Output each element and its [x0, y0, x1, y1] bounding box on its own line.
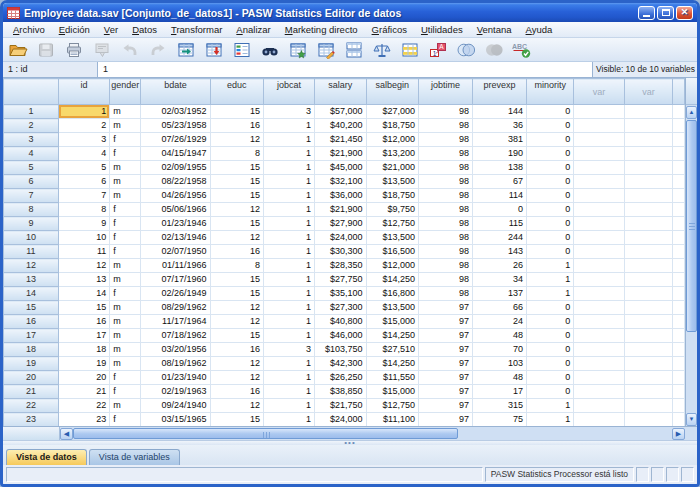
- menu-transformar[interactable]: Transformar: [164, 23, 229, 36]
- cell-r1-prevexp[interactable]: 144: [472, 105, 526, 119]
- cell-r6-jobcat[interactable]: 1: [264, 175, 315, 189]
- cell-r20-jobtime[interactable]: 97: [418, 371, 472, 385]
- cell-r7-educ[interactable]: 15: [210, 189, 264, 203]
- cell-r20-minority[interactable]: 0: [526, 371, 573, 385]
- row-header-23[interactable]: 23: [4, 413, 59, 427]
- cell-r19-jobtime[interactable]: 97: [418, 357, 472, 371]
- cell-r1-salbegin[interactable]: $27,000: [366, 105, 418, 119]
- cell-r3-salary[interactable]: $21,450: [314, 133, 366, 147]
- row-header-1[interactable]: 1: [4, 105, 59, 119]
- cell-r12-bdate[interactable]: 01/11/1966: [141, 259, 210, 273]
- cell-r9-jobtime[interactable]: 98: [418, 217, 472, 231]
- cell-r11-educ[interactable]: 16: [210, 245, 264, 259]
- cell-r10-gender[interactable]: f: [110, 231, 141, 245]
- cell-r14-id[interactable]: 14: [58, 287, 109, 301]
- menu-ayuda[interactable]: Ayuda: [519, 23, 560, 36]
- row-header-3[interactable]: 3: [4, 133, 59, 147]
- column-header-jobtime[interactable]: jobtime: [418, 79, 472, 105]
- cell-r4-id[interactable]: 4: [58, 147, 109, 161]
- cell-r18-minority[interactable]: 0: [526, 343, 573, 357]
- print-icon[interactable]: [63, 40, 85, 60]
- cell-r23-salary[interactable]: $24,000: [314, 413, 366, 427]
- maximize-button[interactable]: [657, 6, 674, 20]
- cell-r12-gender[interactable]: m: [110, 259, 141, 273]
- cell-r13-bdate[interactable]: 07/17/1960: [141, 273, 210, 287]
- cell-r8-educ[interactable]: 12: [210, 203, 264, 217]
- cell-r21-jobtime[interactable]: 97: [418, 385, 472, 399]
- menu-utilidades[interactable]: Utilidades: [414, 23, 470, 36]
- cell-r12-prevexp[interactable]: 26: [472, 259, 526, 273]
- cell-r3-gender[interactable]: f: [110, 133, 141, 147]
- cell-r12-educ[interactable]: 8: [210, 259, 264, 273]
- cell-r11-bdate[interactable]: 02/07/1950: [141, 245, 210, 259]
- cell-r4-jobtime[interactable]: 98: [418, 147, 472, 161]
- cell-r4-salary[interactable]: $21,900: [314, 147, 366, 161]
- cell-r14-bdate[interactable]: 02/26/1949: [141, 287, 210, 301]
- row-header-11[interactable]: 11: [4, 245, 59, 259]
- vertical-scrollbar[interactable]: ▲ ▼: [685, 78, 697, 426]
- cell-r19-educ[interactable]: 12: [210, 357, 264, 371]
- cell-r9-minority[interactable]: 0: [526, 217, 573, 231]
- cell-r18-bdate[interactable]: 03/20/1956: [141, 343, 210, 357]
- menu-graficos[interactable]: Gráficos: [365, 23, 414, 36]
- insert-variable-icon[interactable]: [315, 40, 337, 60]
- close-button[interactable]: ✕: [676, 6, 693, 20]
- cell-r12-jobcat[interactable]: 1: [264, 259, 315, 273]
- cell-r14-jobtime[interactable]: 98: [418, 287, 472, 301]
- cell-r2-salary[interactable]: $40,200: [314, 119, 366, 133]
- cell-r11-prevexp[interactable]: 143: [472, 245, 526, 259]
- cell-r19-bdate[interactable]: 08/19/1962: [141, 357, 210, 371]
- cell-r4-prevexp[interactable]: 190: [472, 147, 526, 161]
- row-header-20[interactable]: 20: [4, 371, 59, 385]
- column-header-salary[interactable]: salary: [314, 79, 366, 105]
- row-header-18[interactable]: 18: [4, 343, 59, 357]
- cell-r9-id[interactable]: 9: [58, 217, 109, 231]
- cell-r23-salbegin[interactable]: $11,100: [366, 413, 418, 427]
- cell-r11-jobtime[interactable]: 98: [418, 245, 472, 259]
- cell-r14-gender[interactable]: f: [110, 287, 141, 301]
- cell-r8-salary[interactable]: $21,900: [314, 203, 366, 217]
- cell-r23-jobcat[interactable]: 1: [264, 413, 315, 427]
- cell-r2-minority[interactable]: 0: [526, 119, 573, 133]
- cell-r19-jobcat[interactable]: 1: [264, 357, 315, 371]
- row-header-16[interactable]: 16: [4, 315, 59, 329]
- cell-r13-jobcat[interactable]: 1: [264, 273, 315, 287]
- cell-r21-educ[interactable]: 16: [210, 385, 264, 399]
- cell-r16-salbegin[interactable]: $15,000: [366, 315, 418, 329]
- cell-r18-id[interactable]: 18: [58, 343, 109, 357]
- cell-r9-salary[interactable]: $27,900: [314, 217, 366, 231]
- cell-r16-educ[interactable]: 12: [210, 315, 264, 329]
- cell-r18-jobtime[interactable]: 97: [418, 343, 472, 357]
- row-header-21[interactable]: 21: [4, 385, 59, 399]
- cell-r14-jobcat[interactable]: 1: [264, 287, 315, 301]
- cell-r8-jobtime[interactable]: 98: [418, 203, 472, 217]
- cell-r12-salbegin[interactable]: $12,000: [366, 259, 418, 273]
- minimize-button[interactable]: [638, 6, 655, 20]
- menu-ventana[interactable]: Ventana: [470, 23, 519, 36]
- cell-r10-prevexp[interactable]: 244: [472, 231, 526, 245]
- column-header-minority[interactable]: minority: [526, 79, 573, 105]
- row-header-5[interactable]: 5: [4, 161, 59, 175]
- cell-r3-educ[interactable]: 12: [210, 133, 264, 147]
- row-header-12[interactable]: 12: [4, 259, 59, 273]
- row-header-15[interactable]: 15: [4, 301, 59, 315]
- cell-r23-educ[interactable]: 15: [210, 413, 264, 427]
- cell-r20-bdate[interactable]: 01/23/1940: [141, 371, 210, 385]
- goto-variable-icon[interactable]: [203, 40, 225, 60]
- cell-r2-bdate[interactable]: 05/23/1958: [141, 119, 210, 133]
- grid-corner[interactable]: [4, 79, 59, 105]
- cell-r3-id[interactable]: 3: [58, 133, 109, 147]
- horizontal-scroll-track[interactable]: [73, 427, 672, 440]
- cell-r21-id[interactable]: 21: [58, 385, 109, 399]
- cell-r14-prevexp[interactable]: 137: [472, 287, 526, 301]
- cell-r16-jobcat[interactable]: 1: [264, 315, 315, 329]
- cell-r22-gender[interactable]: m: [110, 399, 141, 413]
- cell-r3-jobcat[interactable]: 1: [264, 133, 315, 147]
- cell-r6-id[interactable]: 6: [58, 175, 109, 189]
- cell-r8-prevexp[interactable]: 0: [472, 203, 526, 217]
- cell-r6-bdate[interactable]: 08/22/1958: [141, 175, 210, 189]
- column-header-gender[interactable]: gender: [110, 79, 141, 105]
- cell-r10-bdate[interactable]: 02/13/1946: [141, 231, 210, 245]
- cell-r21-prevexp[interactable]: 17: [472, 385, 526, 399]
- cell-r2-educ[interactable]: 16: [210, 119, 264, 133]
